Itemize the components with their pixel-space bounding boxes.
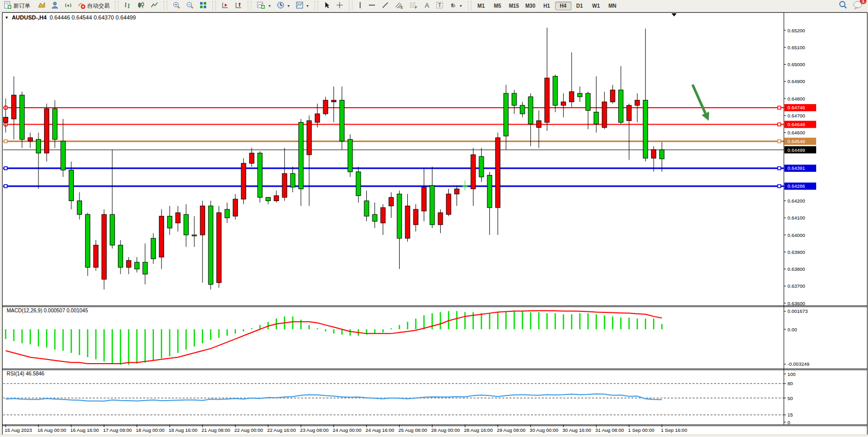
- svg-text:F: F: [415, 6, 417, 9]
- svg-text:0.64800: 0.64800: [787, 96, 805, 102]
- timeframe-H1[interactable]: H1: [539, 2, 555, 10]
- text-button[interactable]: A: [421, 0, 433, 11]
- periods-button[interactable]: ▼: [274, 0, 293, 11]
- svg-text:0.64100: 0.64100: [787, 215, 805, 221]
- autotrading-button[interactable]: 自动交易: [75, 0, 112, 11]
- new-chart-icon: [37, 1, 46, 10]
- hline-button[interactable]: [365, 0, 379, 11]
- vline-button[interactable]: [355, 0, 365, 11]
- chevron-down-icon: ▼: [306, 4, 309, 8]
- svg-text:100: 100: [787, 371, 796, 377]
- timeframe-MN[interactable]: MN: [604, 2, 621, 10]
- svg-text:0.001673: 0.001673: [787, 308, 808, 314]
- zoom-out-button[interactable]: [183, 0, 196, 11]
- svg-text:50: 50: [787, 395, 793, 401]
- svg-text:0.00: 0.00: [787, 327, 797, 332]
- svg-text:22 Aug 00:00: 22 Aug 00:00: [234, 427, 263, 433]
- svg-text:E: E: [401, 6, 403, 9]
- channel-icon: E: [394, 1, 404, 10]
- timeframe-M5[interactable]: M5: [489, 2, 506, 10]
- notification-badge: 1: [860, 0, 866, 4]
- svg-text:24 Aug 00:00: 24 Aug 00:00: [333, 427, 362, 433]
- svg-text:29 Aug 08:00: 29 Aug 08:00: [497, 427, 525, 433]
- timeframe-M1[interactable]: M1: [473, 2, 489, 10]
- zoom-in-icon: [172, 1, 181, 10]
- chart-shift-button[interactable]: [232, 0, 245, 11]
- fibonacci-icon: F: [409, 1, 418, 10]
- svg-text:0.64549: 0.64549: [787, 138, 805, 144]
- crosshair-icon: [336, 1, 344, 10]
- svg-text:A: A: [425, 2, 429, 9]
- auto-scroll-button[interactable]: [219, 0, 232, 11]
- bar-chart-button[interactable]: [121, 0, 134, 11]
- svg-text:30 Aug 00:00: 30 Aug 00:00: [529, 427, 558, 433]
- new-order-label: 新订单: [13, 2, 30, 10]
- crosshair-button[interactable]: [333, 0, 346, 11]
- chart-symbol-period: AUDUSD-,H4: [12, 14, 47, 21]
- tile-windows-button[interactable]: [196, 0, 210, 11]
- svg-text:0.64499: 0.64499: [787, 147, 805, 153]
- search-icon[interactable]: [838, 1, 847, 11]
- svg-text:0.63900: 0.63900: [787, 249, 805, 255]
- svg-text:0.64700: 0.64700: [787, 113, 805, 118]
- svg-text:17 Aug 08:00: 17 Aug 08:00: [103, 427, 132, 433]
- chevron-down-icon: ▼: [287, 4, 290, 8]
- chart-ohlc-values: 0.64446 0.64544 0.64370 0.64499: [50, 14, 136, 21]
- hline-icon: [368, 1, 376, 10]
- auto-scroll-icon: [221, 1, 229, 10]
- shapes-icon: [449, 1, 457, 10]
- svg-text:RSI(14) 46.5846: RSI(14) 46.5846: [7, 371, 45, 376]
- chart-shift-icon: [234, 1, 243, 10]
- svg-text:0.64200: 0.64200: [787, 198, 805, 204]
- toolbar-separator: [115, 1, 119, 10]
- shapes-button[interactable]: ▼: [446, 0, 465, 11]
- chart-canvas[interactable]: MACD(12,26,9) 0.000507 0.001045RSI(14) 4…: [3, 13, 867, 434]
- chart-title: ▼ AUDUSD-,H4 0.64446 0.64544 0.64370 0.6…: [5, 14, 136, 21]
- line-chart-icon: [150, 1, 159, 10]
- svg-text:0.63700: 0.63700: [787, 283, 805, 289]
- svg-text:18 Aug 16:00: 18 Aug 16:00: [169, 427, 198, 433]
- timeframe-W1[interactable]: W1: [588, 2, 604, 10]
- svg-text:18 Aug 00:00: 18 Aug 00:00: [136, 427, 165, 433]
- svg-text:0.64900: 0.64900: [787, 78, 805, 84]
- new-chart-button[interactable]: [35, 0, 48, 11]
- indicators-button[interactable]: ▼: [254, 0, 274, 11]
- tile-windows-icon: [199, 1, 207, 10]
- svg-text:31 Aug 08:00: 31 Aug 08:00: [595, 427, 624, 433]
- autotrading-icon: [77, 1, 86, 10]
- timeframe-H4[interactable]: H4: [555, 2, 571, 10]
- chevron-down-icon[interactable]: ▼: [5, 15, 9, 20]
- fibonacci-button[interactable]: F: [406, 0, 421, 11]
- chart-window: ▼ AUDUSD-,H4 0.64446 0.64544 0.64370 0.6…: [2, 12, 867, 435]
- svg-text:0.63800: 0.63800: [787, 266, 805, 272]
- toolbar-separator: [248, 1, 251, 10]
- zoom-in-button[interactable]: [170, 0, 183, 11]
- timeframe-M30[interactable]: M30: [522, 2, 539, 10]
- signals-button[interactable]: [62, 0, 75, 11]
- label-icon: T: [436, 1, 444, 10]
- new-order-button[interactable]: 新订单: [1, 0, 33, 11]
- svg-text:16 Aug 00:00: 16 Aug 00:00: [37, 427, 66, 433]
- svg-text:0: 0: [787, 420, 790, 425]
- timeframe-M15[interactable]: M15: [506, 2, 522, 10]
- svg-text:15 Aug 2023: 15 Aug 2023: [5, 427, 32, 433]
- templates-button[interactable]: ▼: [293, 0, 312, 11]
- chevron-down-icon: ▼: [459, 4, 463, 8]
- svg-text:22 Aug 16:00: 22 Aug 16:00: [267, 427, 296, 433]
- timeframe-D1[interactable]: D1: [571, 2, 588, 10]
- label-button[interactable]: T: [433, 0, 446, 11]
- line-chart-button[interactable]: [148, 0, 161, 11]
- profiles-button[interactable]: [48, 0, 62, 11]
- svg-text:0.64286: 0.64286: [787, 183, 805, 189]
- channel-button[interactable]: E: [392, 0, 406, 11]
- trendline-icon: [381, 1, 389, 10]
- svg-text:0.65100: 0.65100: [787, 45, 805, 50]
- chat-icon[interactable]: 1: [853, 1, 863, 11]
- svg-text:0.64648: 0.64648: [787, 122, 805, 127]
- candlestick-button[interactable]: [134, 0, 148, 11]
- cursor-button[interactable]: [321, 0, 333, 11]
- trendline-button[interactable]: [379, 0, 392, 11]
- svg-text:15: 15: [787, 412, 793, 418]
- svg-text:0.65200: 0.65200: [787, 28, 805, 33]
- svg-text:1 Sep 00:00: 1 Sep 00:00: [628, 427, 654, 433]
